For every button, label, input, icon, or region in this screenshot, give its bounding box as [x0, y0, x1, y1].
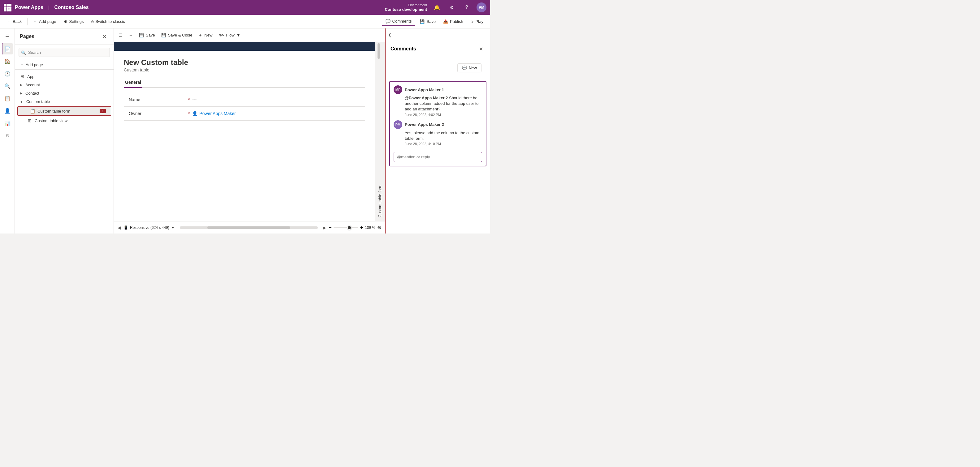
add-page-tree-button[interactable]: ＋ Add page	[15, 60, 114, 70]
canvas-save-button[interactable]: 💾 Save	[137, 31, 158, 39]
flow-chevron-icon: ▼	[236, 33, 240, 37]
zoom-value: 109 %	[365, 226, 375, 230]
form-fields: Name * --- Owner * 👤 Power Apps Maker	[124, 93, 365, 121]
canvas-bottom-bar: ◀ 📱 Responsive (624 x 449) ▼ ▶ − + 109 %…	[114, 221, 385, 234]
zoom-out-button[interactable]: −	[329, 225, 331, 230]
main-layout: ☰ 📄 🏠 🕐 🔍 📋 👤 📊 ⎋ Pages ✕ 🔍 ＋ Add page ⊞…	[0, 29, 490, 234]
nav-item-app[interactable]: ⊞ App	[15, 72, 114, 81]
form-tab-general[interactable]: General	[124, 77, 142, 88]
rail-pages-icon[interactable]: 📄	[2, 43, 13, 54]
switch-label: Switch to classic	[95, 19, 125, 24]
comment-reply-input[interactable]	[394, 152, 482, 162]
canvas-save-close-button[interactable]: 💾 Save & Close	[159, 31, 195, 39]
vertical-scrollbar[interactable]	[377, 42, 380, 209]
canvas-area: ☰ ← 💾 Save 💾 Save & Close ＋ New ⋙ Flow ▼	[114, 29, 385, 234]
pages-panel-header: Pages ✕	[15, 29, 114, 45]
back-arrow-icon: ←	[7, 19, 11, 24]
search-input[interactable]	[19, 48, 110, 57]
secondary-toolbar: ← Back ＋ Add page ⚙ Settings ⎋ Switch to…	[0, 15, 490, 29]
nav-item-contact[interactable]: ▶ Contact	[15, 89, 114, 97]
field-value-name[interactable]: ---	[192, 97, 365, 102]
back-button[interactable]: ← Back	[4, 17, 25, 25]
settings-page-button[interactable]: ⚙ Settings	[60, 17, 87, 25]
form-field-name: Name * ---	[124, 93, 365, 107]
canvas-save-close-icon: 💾	[161, 33, 166, 37]
custom-table-chevron-icon: ▼	[20, 100, 23, 103]
comment-text-2: Yes, please add the column to the custom…	[405, 130, 482, 141]
canvas-flow-button[interactable]: ⋙ Flow ▼	[216, 31, 243, 39]
comment-author-row-2: PM Power Apps Maker 2	[394, 120, 482, 129]
horizontal-scroll-thumb	[207, 226, 290, 229]
horizontal-scrollbar[interactable]	[180, 226, 318, 229]
add-page-button[interactable]: ＋ Add page	[30, 17, 59, 26]
canvas-scroll-left-button[interactable]: ◀	[118, 225, 121, 230]
pages-panel: Pages ✕ 🔍 ＋ Add page ⊞ App ▶ Account ▶	[15, 29, 114, 234]
comments-button[interactable]: 💬 Comments	[382, 17, 415, 26]
publish-button[interactable]: 📤 Publish	[440, 17, 466, 25]
field-value-owner[interactable]: 👤 Power Apps Maker	[192, 111, 236, 116]
canvas-scroll-right-button[interactable]: ▶	[323, 225, 326, 230]
comments-close-button[interactable]: ✕	[477, 44, 485, 53]
comments-collapse-row: ❮	[385, 29, 490, 41]
form-field-owner: Owner * 👤 Power Apps Maker	[124, 107, 365, 121]
save-button[interactable]: 💾 Save	[417, 17, 439, 25]
waffle-menu[interactable]	[4, 4, 11, 11]
rail-person-icon[interactable]: 👤	[2, 105, 13, 116]
comments-new-button[interactable]: 💬 New	[457, 64, 482, 72]
comments-panel: ❮ Comments ✕ 💬 New MP Power Apps Maker 1…	[385, 29, 490, 234]
switch-classic-button[interactable]: ⎋ Switch to classic	[88, 17, 128, 25]
nav-item-custom-table-label: Custom table	[26, 99, 50, 104]
canvas-flow-label: Flow	[226, 33, 234, 37]
canvas-toolbar: ☰ ← 💾 Save 💾 Save & Close ＋ New ⋙ Flow ▼	[114, 29, 385, 42]
zoom-slider[interactable]	[334, 227, 358, 228]
comment-avatar-1: MP	[394, 85, 402, 94]
user-avatar[interactable]: PM	[477, 3, 487, 13]
nav-item-account[interactable]: ▶ Account	[15, 81, 114, 89]
top-navigation: Power Apps | Contoso Sales Environment C…	[0, 0, 490, 15]
settings-button[interactable]: ⚙	[447, 3, 457, 13]
comments-collapse-button[interactable]: ❮	[385, 29, 394, 41]
comment-more-button-1[interactable]: ···	[476, 87, 482, 93]
canvas-flow-icon: ⋙	[218, 33, 224, 37]
nav-item-account-label: Account	[25, 83, 40, 87]
comment-author-2: Power Apps Maker 2	[405, 122, 482, 127]
rail-home-icon[interactable]: 🏠	[2, 56, 13, 67]
rail-copy-icon[interactable]: 📋	[2, 93, 13, 104]
comments-icon: 💬	[385, 19, 390, 24]
canvas-new-button[interactable]: ＋ New	[196, 31, 215, 40]
rail-connections-icon[interactable]: ⎋	[2, 130, 13, 141]
add-page-tree-label: Add page	[26, 62, 43, 67]
comment-mention-1: @Power Apps Maker 2	[405, 95, 448, 100]
canvas-back-button[interactable]: ←	[126, 31, 135, 39]
nav-item-custom-table-view[interactable]: ⊞ Custom table view	[15, 116, 114, 125]
add-page-label: Add page	[39, 19, 56, 24]
top-nav-actions: Environment Contoso development 🔔 ⚙ ? PM	[385, 3, 487, 13]
nav-item-contact-label: Contact	[25, 91, 39, 95]
comment-text-1: @Power Apps Maker 2 Should there be anot…	[405, 95, 482, 112]
rail-data-icon[interactable]: 📊	[2, 118, 13, 129]
nav-item-custom-table[interactable]: ▼ Custom table	[15, 97, 114, 106]
switch-icon: ⎋	[91, 19, 94, 24]
account-chevron-icon: ▶	[20, 83, 22, 87]
canvas-save-icon: 💾	[139, 33, 144, 37]
zoom-in-button[interactable]: +	[360, 225, 363, 230]
rail-search-icon[interactable]: 🔍	[2, 80, 13, 92]
field-label-owner: Owner	[124, 111, 186, 116]
notifications-button[interactable]: 🔔	[432, 3, 442, 13]
play-button[interactable]: ▷ Play	[468, 17, 487, 25]
zoom-controls: − + 109 % ⊕	[329, 224, 381, 230]
comments-label: Comments	[392, 19, 412, 24]
help-button[interactable]: ?	[462, 3, 472, 13]
nav-item-app-label: App	[27, 74, 34, 79]
nav-item-custom-table-form[interactable]: 📋 Custom table form 1	[18, 106, 111, 116]
responsive-indicator[interactable]: 📱 Responsive (624 x 449) ▼	[124, 226, 175, 230]
left-icon-rail: ☰ 📄 🏠 🕐 🔍 📋 👤 📊 ⎋	[0, 29, 15, 234]
comment-avatar-2: PM	[394, 120, 402, 129]
canvas-menu-button[interactable]: ☰	[116, 31, 125, 39]
form-header-bar	[114, 42, 375, 51]
rail-history-icon[interactable]: 🕐	[2, 68, 13, 79]
pages-panel-close-button[interactable]: ✕	[100, 32, 108, 41]
app-branding: Power Apps | Contoso Sales	[4, 4, 89, 11]
rail-menu-icon[interactable]: ☰	[2, 31, 13, 42]
responsive-icon: 📱	[124, 226, 128, 230]
